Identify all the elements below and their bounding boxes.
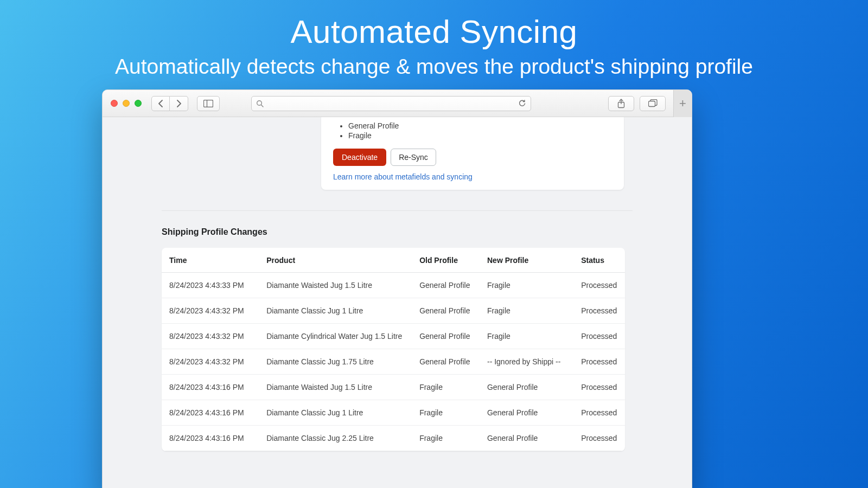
list-item: Fragile xyxy=(348,131,612,140)
cell-status: Processed xyxy=(573,375,625,400)
cell-status: Processed xyxy=(573,298,625,324)
cell-time: 8/24/2023 4:43:32 PM xyxy=(162,298,259,324)
cell-time: 8/24/2023 4:43:32 PM xyxy=(162,349,259,375)
svg-line-3 xyxy=(261,105,264,107)
cell-time: 8/24/2023 4:43:32 PM xyxy=(162,324,259,349)
maximize-window-button[interactable] xyxy=(135,100,142,107)
svg-rect-6 xyxy=(648,101,655,107)
nav-buttons xyxy=(151,96,188,111)
table-row: 8/24/2023 4:43:32 PMDiamante Classic Jug… xyxy=(162,298,625,324)
chevron-left-icon xyxy=(158,100,163,107)
reload-button[interactable] xyxy=(518,99,526,107)
col-time: Time xyxy=(162,248,259,273)
cell-new: Fragile xyxy=(480,298,573,324)
deactivate-button[interactable]: Deactivate xyxy=(333,149,386,166)
changes-table: Time Product Old Profile New Profile Sta… xyxy=(162,248,625,451)
share-icon xyxy=(617,99,625,108)
cell-status: Processed xyxy=(573,426,625,451)
address-bar[interactable] xyxy=(251,96,531,111)
cell-product: Diamante Classic Jug 1.75 Litre xyxy=(259,349,412,375)
cell-product: Diamante Waisted Jug 1.5 Litre xyxy=(259,375,412,400)
cell-status: Processed xyxy=(573,349,625,375)
close-window-button[interactable] xyxy=(111,100,118,107)
cell-new: Fragile xyxy=(480,273,573,298)
cell-old: Fragile xyxy=(412,400,480,426)
cell-status: Processed xyxy=(573,324,625,349)
plus-icon: + xyxy=(679,97,686,111)
tabs-icon xyxy=(648,99,658,107)
table-row: 8/24/2023 4:43:32 PMDiamante Cylindrical… xyxy=(162,324,625,349)
browser-window: + General Profile Fragile Deactivate Re-… xyxy=(102,89,692,488)
cell-new: Fragile xyxy=(480,324,573,349)
divider xyxy=(162,210,633,211)
cell-time: 8/24/2023 4:43:16 PM xyxy=(162,426,259,451)
cell-old: Fragile xyxy=(412,426,480,451)
list-item: General Profile xyxy=(348,121,612,130)
cell-old: General Profile xyxy=(412,349,480,375)
cell-new: General Profile xyxy=(480,400,573,426)
profiles-list: General Profile Fragile xyxy=(348,121,612,140)
cell-new: General Profile xyxy=(480,375,573,400)
col-old-profile: Old Profile xyxy=(412,248,480,273)
svg-rect-0 xyxy=(204,100,213,107)
cell-product: Diamante Classic Jug 1 Litre xyxy=(259,298,412,324)
chevron-right-icon xyxy=(176,100,182,107)
share-button[interactable] xyxy=(608,96,634,111)
sidebar-icon xyxy=(203,100,213,107)
table-row: 8/24/2023 4:43:32 PMDiamante Classic Jug… xyxy=(162,349,625,375)
cell-old: General Profile xyxy=(412,298,480,324)
col-product: Product xyxy=(259,248,412,273)
search-icon xyxy=(256,100,264,107)
changes-table-card: Time Product Old Profile New Profile Sta… xyxy=(162,248,625,451)
tabs-button[interactable] xyxy=(640,96,666,111)
new-tab-button[interactable]: + xyxy=(673,90,692,117)
hero-subtitle: Automatically detects change & moves the… xyxy=(0,55,868,79)
cell-old: Fragile xyxy=(412,375,480,400)
cell-time: 8/24/2023 4:43:33 PM xyxy=(162,273,259,298)
cell-status: Processed xyxy=(573,273,625,298)
toolbar-right: + xyxy=(608,90,686,117)
cell-product: Diamante Cylindrical Water Jug 1.5 Litre xyxy=(259,324,412,349)
page-content: General Profile Fragile Deactivate Re-Sy… xyxy=(103,117,692,488)
col-new-profile: New Profile xyxy=(480,248,573,273)
forward-button[interactable] xyxy=(170,96,188,111)
browser-titlebar: + xyxy=(103,90,692,117)
sync-settings-card: General Profile Fragile Deactivate Re-Sy… xyxy=(321,117,624,190)
table-row: 8/24/2023 4:43:33 PMDiamante Waisted Jug… xyxy=(162,273,625,298)
cell-time: 8/24/2023 4:43:16 PM xyxy=(162,400,259,426)
cell-product: Diamante Classic Jug 2.25 Litre xyxy=(259,426,412,451)
cell-product: Diamante Waisted Jug 1.5 Litre xyxy=(259,273,412,298)
table-row: 8/24/2023 4:43:16 PMDiamante Classic Jug… xyxy=(162,426,625,451)
learn-more-link[interactable]: Learn more about metafields and syncing xyxy=(333,172,612,181)
table-header-row: Time Product Old Profile New Profile Sta… xyxy=(162,248,625,273)
cell-status: Processed xyxy=(573,400,625,426)
cell-product: Diamante Classic Jug 1 Litre xyxy=(259,400,412,426)
resync-button[interactable]: Re-Sync xyxy=(391,149,436,166)
window-controls xyxy=(111,100,142,107)
table-row: 8/24/2023 4:43:16 PMDiamante Classic Jug… xyxy=(162,400,625,426)
hero: Automated Syncing Automatically detects … xyxy=(0,0,868,79)
cell-new: General Profile xyxy=(480,426,573,451)
cell-time: 8/24/2023 4:43:16 PM xyxy=(162,375,259,400)
cell-old: General Profile xyxy=(412,324,480,349)
sidebar-toggle[interactable] xyxy=(197,96,220,111)
minimize-window-button[interactable] xyxy=(123,100,130,107)
cell-new: -- Ignored by Shippi -- xyxy=(480,349,573,375)
col-status: Status xyxy=(573,248,625,273)
back-button[interactable] xyxy=(151,96,170,111)
hero-title: Automated Syncing xyxy=(0,13,868,50)
table-row: 8/24/2023 4:43:16 PMDiamante Waisted Jug… xyxy=(162,375,625,400)
cell-old: General Profile xyxy=(412,273,480,298)
section-title: Shipping Profile Changes xyxy=(162,227,267,237)
